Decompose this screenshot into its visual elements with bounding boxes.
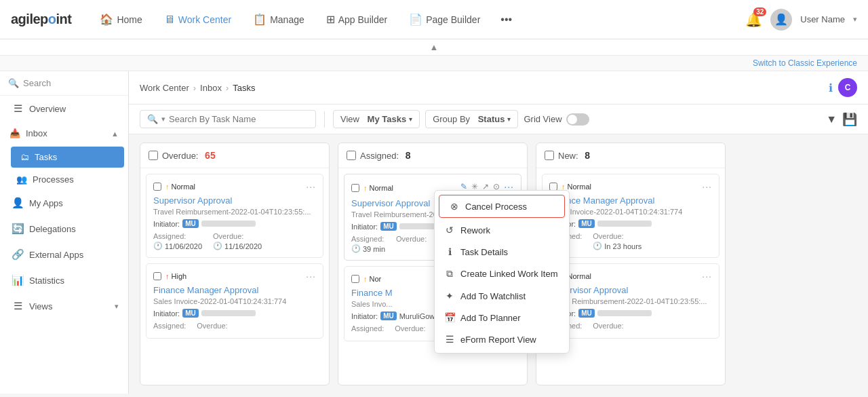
collapse-bar[interactable]: ▲ — [0, 39, 868, 56]
home-icon: 🏠 — [100, 13, 113, 26]
kanban-col-assigned-header: Assigned: 8 — [338, 143, 527, 168]
search-magnifier-icon: 🔍 — [147, 114, 158, 124]
nav-right: 🔔 32 👤 User Name ▾ — [745, 9, 857, 31]
card-process: Travel Reimbursement-2022-01-04T10:23:55… — [153, 208, 316, 216]
breadcrumb: Work Center › Inbox › Tasks ℹ C — [129, 71, 868, 105]
card-more-icon[interactable]: ··· — [306, 271, 316, 282]
nav-appbuilder[interactable]: ⊞ App Builder — [318, 9, 395, 30]
breadcrumb-workcenter[interactable]: Work Center — [140, 83, 189, 93]
gridview-toggle-container: Grid View — [524, 113, 589, 126]
sidebar-item-views[interactable]: ☰ Views ▾ — [0, 293, 128, 319]
assigned-col-checkbox[interactable] — [347, 151, 356, 160]
nav-more-button[interactable]: ••• — [494, 10, 519, 30]
gridview-toggle[interactable] — [566, 113, 589, 126]
kanban-col-overdue-header: Overdue: 65 — [140, 143, 329, 168]
view-chevron-icon: ▾ — [409, 115, 412, 123]
myapps-icon: 👤 — [12, 197, 24, 209]
logo: agilepoint — [11, 12, 71, 27]
notification-bell[interactable]: 🔔 32 — [745, 12, 762, 28]
card-process: Sales Invoice-2022-01-04T10:24:31:774 — [153, 297, 316, 305]
card-more-icon[interactable]: ··· — [306, 181, 316, 192]
groupby-chevron-icon: ▾ — [507, 115, 511, 123]
inbox-icon: 📥 — [9, 128, 20, 138]
new-col-checkbox[interactable] — [545, 151, 554, 160]
manage-icon: 📋 — [253, 13, 267, 26]
create-linked-icon: ⧉ — [444, 268, 455, 280]
initiator-name-blur — [597, 221, 652, 227]
sidebar-inbox-sub: 🗂 Tasks 👥 Processes — [0, 147, 128, 190]
ctx-eform-report[interactable]: ☰ eForm Report View — [435, 328, 569, 350]
toggle-knob — [568, 115, 577, 124]
card-title[interactable]: Finance Manager Approval — [549, 195, 712, 206]
ctx-create-linked[interactable]: ⧉ Create Linked Work Item — [435, 263, 569, 285]
card-process: Sales Invoice-2022-01-04T10:24:31:774 — [549, 208, 712, 216]
sidebar-item-externalapps[interactable]: 🔗 External Apps — [0, 242, 128, 267]
breadcrumb-inbox[interactable]: Inbox — [200, 83, 222, 93]
card-title[interactable]: Supervisor Approval — [549, 285, 712, 295]
search-box[interactable]: 🔍 ▾ — [140, 110, 316, 128]
ctx-add-planner[interactable]: 📅 Add To Planner — [435, 307, 569, 328]
views-icon: ☰ — [12, 300, 24, 312]
card-title[interactable]: Supervisor Approval — [153, 195, 316, 206]
clock-icon: 🕐 — [593, 242, 602, 250]
sidebar-inbox-group: 📥 Inbox ▲ 🗂 Tasks 👥 Processes — [0, 121, 128, 190]
kanban-col-overdue: Overdue: 65 ↑ Normal — [140, 143, 330, 385]
sidebar-item-tasks[interactable]: 🗂 Tasks — [11, 147, 124, 168]
card-checkbox[interactable] — [351, 275, 359, 283]
sidebar-search[interactable]: 🔍 Search — [0, 71, 128, 96]
delegations-icon: 🔄 — [12, 223, 24, 235]
classic-experience-link[interactable]: Switch to Classic Experience — [0, 56, 868, 71]
ctx-add-watchlist[interactable]: ✦ Add To Watchlist — [435, 285, 569, 307]
card-more-icon[interactable]: ··· — [702, 271, 712, 282]
sidebar-item-processes[interactable]: 👥 Processes — [7, 169, 128, 190]
search-dropdown-icon[interactable]: ▾ — [161, 115, 165, 124]
filter-icon[interactable]: ▼ — [826, 113, 837, 126]
priority-up-icon: ↑ — [363, 184, 368, 192]
info-icon[interactable]: ℹ — [829, 81, 833, 94]
sidebar-item-delegations[interactable]: 🔄 Delegations — [0, 216, 128, 242]
priority-up-icon: ↑ — [165, 272, 170, 280]
initiator-badge: MU — [578, 219, 595, 228]
search-input[interactable] — [169, 114, 304, 124]
overview-icon: ☰ — [12, 102, 24, 115]
clock-icon: 🕐 — [153, 242, 163, 250]
nav-pagebuilder[interactable]: 📄 Page Builder — [401, 9, 488, 30]
inbox-chevron-icon: ▲ — [111, 130, 119, 138]
table-row[interactable]: ↑ High ··· Finance Manager Approval Sale… — [146, 263, 323, 339]
nav-workcenter[interactable]: 🖥 Work Center — [156, 10, 239, 30]
user-avatar[interactable]: 👤 — [770, 9, 792, 31]
search-icon: 🔍 — [8, 78, 19, 88]
rework-icon: ↺ — [444, 225, 455, 235]
views-chevron-icon: ▾ — [115, 302, 119, 311]
card-checkbox[interactable] — [351, 184, 359, 192]
ctx-rework[interactable]: ↺ Rework — [435, 219, 569, 241]
card-checkbox[interactable] — [153, 183, 161, 191]
ctx-cancel-process[interactable]: ⊗ Cancel Process — [439, 195, 565, 218]
ctx-task-details[interactable]: ℹ Task Details — [435, 241, 569, 263]
card-process: Travel Reimbursement-2022-01-04T10:23:55… — [549, 297, 712, 305]
nav-manage[interactable]: 📋 Manage — [245, 9, 313, 30]
view-selector[interactable]: View My Tasks ▾ — [333, 110, 420, 128]
card-checkbox[interactable] — [153, 272, 161, 280]
initiator-name-blur — [597, 310, 652, 316]
sidebar-item-overview[interactable]: ☰ Overview — [0, 96, 128, 121]
processes-icon: 👥 — [16, 174, 27, 185]
user-name[interactable]: User Name — [800, 14, 845, 24]
card-title[interactable]: Finance Manager Approval — [153, 285, 316, 295]
nav-home[interactable]: 🏠 Home — [92, 9, 150, 30]
user-initials-icon[interactable]: C — [838, 78, 857, 97]
save-icon[interactable]: 💾 — [842, 112, 857, 127]
sidebar-item-inbox[interactable]: 📥 Inbox ▲ — [0, 121, 128, 145]
externalapps-icon: 🔗 — [12, 248, 24, 261]
sidebar-item-myapps[interactable]: 👤 My Apps — [0, 190, 128, 216]
sidebar-item-statistics[interactable]: 📊 Statistics — [0, 267, 128, 293]
initiator-name-blur — [201, 221, 256, 227]
groupby-selector[interactable]: Group By Status ▾ — [425, 110, 518, 128]
user-dropdown-icon[interactable]: ▾ — [853, 15, 857, 24]
table-row[interactable]: ↑ Normal ··· Supervisor Approval Travel … — [146, 174, 323, 258]
card-more-icon[interactable]: ··· — [702, 181, 712, 192]
initiator-badge: MU — [380, 311, 397, 320]
priority-up-icon: ↑ — [165, 183, 170, 191]
overdue-col-checkbox[interactable] — [149, 151, 158, 160]
statistics-icon: 📊 — [12, 274, 24, 286]
